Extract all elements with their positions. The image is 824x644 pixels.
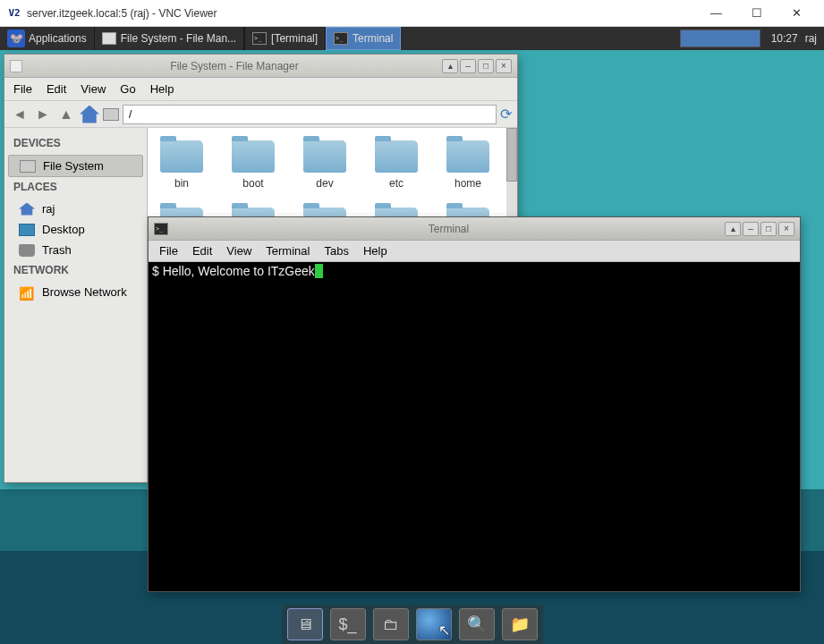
trash-icon bbox=[19, 244, 35, 257]
sidebar-home-label: raj bbox=[42, 202, 55, 216]
folder-icon bbox=[375, 140, 418, 173]
folder-dev[interactable]: dev bbox=[300, 140, 350, 190]
xfce-mouse-icon: 🐭 bbox=[7, 30, 25, 47]
fm-minimize-button[interactable]: – bbox=[460, 59, 476, 73]
dock-terminal[interactable]: $_ bbox=[330, 608, 366, 640]
taskbar-filemanager-label: File System - File Man... bbox=[121, 32, 236, 45]
vnc-titlebar: V2 server.itzgeek.local:5 (raj) - VNC Vi… bbox=[0, 0, 824, 27]
folder-label: home bbox=[454, 177, 481, 190]
filemanager-icon bbox=[102, 32, 116, 45]
forward-button[interactable]: ► bbox=[33, 105, 53, 124]
folder-label: dev bbox=[316, 177, 333, 190]
dock-folder[interactable]: 📁 bbox=[502, 608, 538, 640]
sidebar-header-network: NETWORK bbox=[4, 260, 147, 282]
vnc-maximize-button[interactable]: ☐ bbox=[736, 1, 777, 26]
dock-app-finder[interactable]: 🔍 bbox=[459, 608, 495, 640]
sidebar-network-label: Browse Network bbox=[42, 285, 127, 299]
terminal-menubar: File Edit View Terminal Tabs Help bbox=[149, 241, 800, 262]
vnc-minimize-button[interactable]: — bbox=[696, 1, 736, 26]
term-menu-tabs[interactable]: Tabs bbox=[324, 244, 348, 258]
top-panel: 🐭 Applications File System - File Man...… bbox=[0, 27, 824, 50]
fm-menu-edit[interactable]: Edit bbox=[47, 82, 66, 96]
back-button[interactable]: ◄ bbox=[10, 105, 30, 124]
folder-boot[interactable]: boot bbox=[228, 140, 278, 190]
home-icon bbox=[19, 203, 35, 216]
sidebar-header-places: PLACES bbox=[4, 177, 147, 199]
vnc-title: server.itzgeek.local:5 (raj) - VNC Viewe… bbox=[27, 7, 696, 20]
taskbar-item-terminal2[interactable]: Terminal bbox=[326, 27, 401, 50]
wifi-icon: 📶 bbox=[19, 286, 35, 299]
desktop-icon bbox=[19, 224, 35, 236]
fm-window-icon bbox=[10, 60, 22, 72]
terminal-line: $ Hello, Welcome to ITzGeek bbox=[152, 264, 315, 278]
term-menu-view[interactable]: View bbox=[226, 244, 251, 258]
drive-icon bbox=[103, 108, 119, 121]
terminal-maximize-button[interactable]: □ bbox=[760, 222, 777, 236]
vnc-close-button[interactable]: ✕ bbox=[777, 1, 817, 26]
sidebar-item-browse-network[interactable]: 📶 Browse Network bbox=[4, 282, 147, 302]
panel-user[interactable]: raj bbox=[805, 32, 817, 45]
sidebar-item-trash[interactable]: Trash bbox=[4, 240, 147, 260]
fm-menu-help[interactable]: Help bbox=[150, 82, 174, 96]
fm-close-button[interactable]: × bbox=[496, 59, 512, 73]
taskbar-terminal1-label: [Terminal] bbox=[271, 32, 318, 45]
fm-menu-go[interactable]: Go bbox=[120, 82, 135, 96]
terminal-title: Terminal bbox=[173, 223, 725, 235]
fm-titlebar[interactable]: File System - File Manager ▴ – □ × bbox=[4, 55, 517, 78]
fm-menu-file[interactable]: File bbox=[13, 82, 32, 96]
sidebar-item-home[interactable]: raj bbox=[4, 199, 147, 219]
terminal-cursor bbox=[315, 264, 323, 278]
dock-show-desktop[interactable]: 🖥 bbox=[287, 608, 323, 640]
panel-clock: 10:27 bbox=[771, 32, 798, 45]
home-button[interactable] bbox=[80, 106, 99, 123]
terminal-window: Terminal ▴ – □ × File Edit View Terminal… bbox=[148, 216, 801, 592]
term-menu-edit[interactable]: Edit bbox=[192, 244, 212, 258]
folder-icon bbox=[446, 140, 489, 173]
fm-menubar: File Edit View Go Help bbox=[4, 78, 517, 101]
refresh-button[interactable]: ⟳ bbox=[500, 106, 512, 123]
scrollbar-thumb[interactable] bbox=[506, 128, 517, 182]
sidebar-filesystem-label: File System bbox=[43, 159, 104, 173]
fm-shade-button[interactable]: ▴ bbox=[442, 59, 458, 73]
terminal-titlebar[interactable]: Terminal ▴ – □ × bbox=[149, 217, 800, 241]
folder-etc[interactable]: etc bbox=[371, 140, 421, 190]
applications-menu[interactable]: 🐭 Applications bbox=[0, 27, 94, 50]
bottom-dock: 🖥 $_ 🗀 🔍 📁 bbox=[282, 605, 543, 644]
sidebar-desktop-label: Desktop bbox=[42, 223, 85, 236]
folder-label: etc bbox=[389, 177, 404, 190]
terminal-shade-button[interactable]: ▴ bbox=[725, 222, 741, 236]
fm-maximize-button[interactable]: □ bbox=[478, 59, 494, 73]
workspace-pager[interactable] bbox=[680, 30, 760, 47]
terminal-body[interactable]: $ Hello, Welcome to ITzGeek bbox=[149, 262, 800, 591]
dock-file-manager[interactable]: 🗀 bbox=[373, 608, 409, 640]
fm-menu-view[interactable]: View bbox=[81, 82, 106, 96]
term-menu-help[interactable]: Help bbox=[363, 244, 387, 258]
folder-home[interactable]: home bbox=[443, 140, 493, 190]
terminal-icon bbox=[334, 32, 348, 45]
fm-sidebar: DEVICES File System PLACES raj Desktop T… bbox=[4, 128, 148, 482]
remote-desktop: 🐭 Applications File System - File Man...… bbox=[0, 27, 824, 644]
sidebar-trash-label: Trash bbox=[42, 243, 72, 257]
terminal-minimize-button[interactable]: – bbox=[743, 222, 759, 236]
term-menu-file[interactable]: File bbox=[159, 244, 178, 258]
up-button[interactable]: ▲ bbox=[56, 105, 76, 124]
folder-label: bin bbox=[174, 177, 189, 190]
drive-icon bbox=[20, 160, 36, 173]
mouse-cursor-icon: ↖ bbox=[438, 622, 450, 639]
fm-toolbar: ◄ ► ▲ / ⟳ bbox=[4, 101, 517, 128]
folder-bin[interactable]: bin bbox=[157, 140, 207, 190]
sidebar-header-devices: DEVICES bbox=[4, 133, 147, 155]
fm-title: File System - File Manager bbox=[27, 60, 442, 72]
path-input[interactable]: / bbox=[123, 105, 497, 124]
taskbar-item-filemanager[interactable]: File System - File Man... bbox=[94, 27, 244, 50]
sidebar-item-filesystem[interactable]: File System bbox=[8, 155, 143, 177]
applications-label: Applications bbox=[29, 32, 87, 45]
terminal-close-button[interactable]: × bbox=[778, 222, 794, 236]
sidebar-item-desktop[interactable]: Desktop bbox=[4, 219, 147, 240]
terminal-icon bbox=[154, 223, 168, 235]
taskbar-item-terminal1[interactable]: [Terminal] bbox=[244, 27, 326, 50]
vnc-app-icon: V2 bbox=[7, 7, 21, 20]
folder-icon bbox=[160, 140, 203, 173]
term-menu-terminal[interactable]: Terminal bbox=[266, 244, 310, 258]
folder-label: boot bbox=[242, 177, 263, 190]
